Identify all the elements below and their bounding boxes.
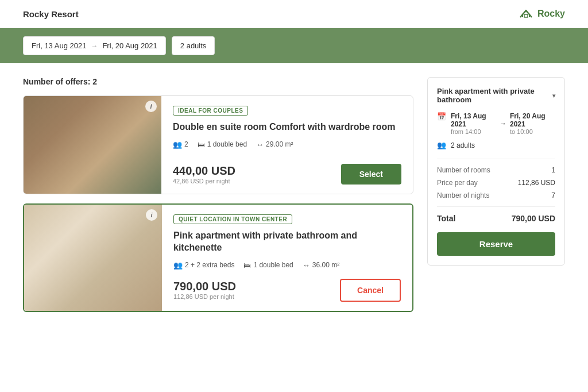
amenity-size-2: ↔ 36.00 m² [303,261,339,270]
size-icon-1: ↔ [256,140,264,149]
offer-footer-1: 440,00 USD 42,86 USD per night Select [173,164,401,185]
dates-arrow-icon: → [500,120,506,128]
select-button-1[interactable]: Select [341,164,401,185]
offer-title-2: Pink apartment with private bathroom and… [173,230,401,254]
booking-title: Pink apartment with private bathroom ▾ [437,87,555,104]
people-icon-2: 👥 [173,261,183,270]
offer-details-1: IDEAL FOR COUPLES Double en suite room C… [161,96,413,194]
check-in-info: Fri, 13 Aug 2021 from 14:00 [451,112,496,135]
svg-rect-0 [524,14,528,17]
price-block-1: 440,00 USD 42,86 USD per night [173,164,235,185]
guests-count-1: 2 [184,140,188,148]
arrow-icon: → [91,42,98,50]
calendar-icon: 📅 [437,112,446,121]
info-icon-1[interactable]: i [145,101,157,112]
num-rooms-label: Number of rooms [437,166,490,174]
bed-type-2: 1 double bed [253,261,293,269]
amenity-guests-1: 👥 2 [173,140,188,149]
num-rooms-row: Number of rooms 1 [437,166,555,174]
price-2: 790,00 USD [173,280,236,293]
size-1: 29.00 m² [266,140,293,148]
guests-icon: 👥 [437,141,446,149]
header: Rocky Resort Rocky [0,0,588,28]
search-bar: Fri, 13 Aug 2021 → Fri, 20 Aug 2021 2 ad… [0,28,588,63]
price-per-night-1: 42,86 USD per night [173,178,235,185]
cancel-button-2[interactable]: Cancel [340,279,401,302]
bed-icon-2: 🛏 [243,261,251,270]
size-icon-2: ↔ [303,261,310,270]
size-2: 36.00 m² [312,261,339,269]
offer-card-1: i IDEAL FOR COUPLES Double en suite room… [23,95,413,194]
booking-guests-count: 2 adults [451,141,475,149]
amenity-bed-2: 🛏 1 double bed [243,261,293,270]
amenity-size-1: ↔ 29.00 m² [256,140,293,149]
price-per-day-label: Price per day [437,179,478,187]
amenity-bed-1: 🛏 1 double bed [198,140,247,149]
check-out-time: to 10:00 [510,128,555,135]
logo: Rocky [518,6,565,22]
bedroom-image [24,96,161,194]
guests-label: 2 adults [180,41,207,50]
price-1: 440,00 USD [173,164,235,178]
check-out-info: Fri, 20 Aug 2021 to 10:00 [510,112,555,135]
reserve-button[interactable]: Reserve [437,232,555,256]
chevron-down-icon[interactable]: ▾ [552,93,555,99]
offer-amenities-1: 👥 2 🛏 1 double bed ↔ 29.00 m² [173,140,401,149]
num-nights-label: Number of nights [437,191,489,199]
check-out-date: Fri, 20 Aug 2021 [510,112,555,128]
total-value: 790,00 USD [512,214,555,223]
logo-icon [518,6,534,22]
offer-amenities-2: 👥 2 + 2 extra beds 🛏 1 double bed ↔ 36.0… [173,261,401,270]
price-per-day-row: Price per day 112,86 USD [437,179,555,187]
offer-tag-2: QUIET LOCATION IN TOWN CENTER [173,214,292,224]
date-range-selector[interactable]: Fri, 13 Aug 2021 → Fri, 20 Aug 2021 [23,36,166,55]
date-from: Fri, 13 Aug 2021 [32,41,86,50]
guests-count-2: 2 + 2 extra beds [185,261,234,269]
num-nights-row: Number of nights 7 [437,191,555,199]
offer-image-2: i [24,205,162,311]
booking-dates: 📅 Fri, 13 Aug 2021 from 14:00 → Fri, 20 … [437,112,555,135]
offer-card-2: i QUIET LOCATION IN TOWN CENTER Pink apa… [23,203,413,312]
amenity-guests-2: 👥 2 + 2 extra beds [173,261,234,270]
date-to: Fri, 20 Aug 2021 [102,41,157,50]
bed-icon-1: 🛏 [198,140,205,149]
booking-room-name: Pink apartment with private bathroom [437,87,552,104]
check-in-time: from 14:00 [451,128,496,135]
apartment-image [24,205,162,311]
check-in-date: Fri, 13 Aug 2021 [451,112,496,128]
offers-section: Number of offers: 2 i IDEAL FOR COUPLES … [23,77,413,392]
price-per-night-2: 112,86 USD per night [173,293,236,300]
num-nights-value: 7 [551,191,555,199]
total-row: Total 790,00 USD [437,214,555,223]
booking-guests: 👥 2 adults [437,141,555,149]
guests-selector[interactable]: 2 adults [172,36,215,55]
info-icon-2[interactable]: i [146,209,157,221]
booking-panel: Pink apartment with private bathroom ▾ 📅… [427,77,565,266]
main-content: Number of offers: 2 i IDEAL FOR COUPLES … [0,63,588,392]
offers-count: Number of offers: 2 [23,77,413,86]
offer-image-1: i [24,96,161,194]
divider-2 [437,206,555,207]
logo-text: Rocky [537,9,565,19]
offer-tag-1: IDEAL FOR COUPLES [173,106,248,116]
num-rooms-value: 1 [551,166,555,174]
divider-1 [437,159,555,159]
price-per-day-value: 112,86 USD [518,179,555,187]
offer-footer-2: 790,00 USD 112,86 USD per night Cancel [173,279,401,302]
price-block-2: 790,00 USD 112,86 USD per night [173,280,236,300]
bed-type-1: 1 double bed [207,140,247,148]
site-title: Rocky Resort [23,9,79,19]
offer-title-1: Double en suite room Comfort with wardro… [173,121,401,133]
total-label: Total [437,214,455,223]
people-icon-1: 👥 [173,140,182,149]
offer-details-2: QUIET LOCATION IN TOWN CENTER Pink apart… [162,205,412,311]
